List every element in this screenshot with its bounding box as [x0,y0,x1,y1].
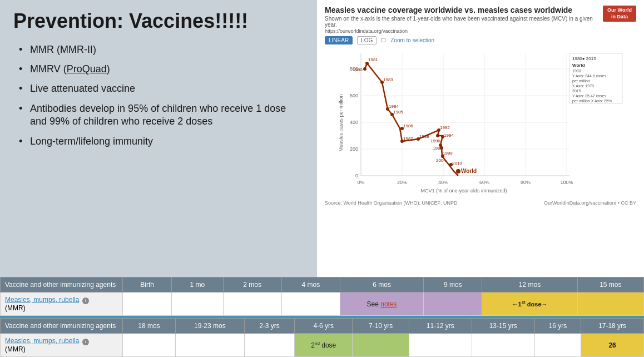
table1-12mos: ←1st dose→ [482,292,577,316]
top-section: Prevention: Vaccines!!!!! MMR (MMR-II) M… [0,0,644,277]
chart-source: Source: World Health Organisation (WHO);… [325,200,636,206]
svg-text:200: 200 [350,146,358,152]
mmr-abbr-1: (MMR) [5,304,26,312]
linear-button[interactable]: LINEAR [325,36,353,44]
svg-text:2015: 2015 [572,89,581,93]
table2-header-19-23mos: 19-23 mos [175,319,244,334]
table2-header-13-15yrs: 13-15 yrs [472,319,534,334]
svg-text:Y Axis: 05.42 cases: Y Axis: 05.42 cases [572,94,606,98]
table2-18mos [123,334,176,357]
svg-point-48 [440,146,443,150]
svg-text:0%: 0% [357,180,364,185]
table1-birth [123,292,172,316]
chart-svg: Measles cases per million 0 200 400 [325,48,636,198]
table1-1mo [172,292,223,316]
table1-6mos: See notes [340,292,423,316]
right-panel: Measles vaccine coverage worldwide vs. m… [317,0,644,277]
table2-header-11-12yrs: 11-12 yrs [409,319,472,334]
table1-header-birth: Birth [123,277,172,292]
svg-text:1990: 1990 [430,138,440,143]
log-button[interactable]: LOG [357,36,377,44]
mmr-link-1[interactable]: Measles, mumps, rubella [5,296,79,304]
svg-point-42 [436,134,439,137]
bottom-section: Vaccine and other immunizing agents Birt… [0,277,644,357]
table2-header-4-6yrs: 4-6 yrs [295,319,353,334]
table1-4mos [281,292,340,316]
svg-text:1983: 1983 [383,77,393,82]
table2-11-12yrs [409,334,472,357]
table2-16yrs [534,334,581,357]
table2-2-3yrs [244,334,294,357]
table2-header-7-10yrs: 7-10 yrs [353,319,409,334]
svg-text:0: 0 [355,173,358,178]
chart-controls: LINEAR LOG ☐ Zoom to selection [325,36,636,44]
svg-text:60%: 60% [479,180,489,185]
mmr-link-2[interactable]: Measles, mumps, rubella [5,337,79,345]
source-link: OurWorldInData.org/vaccination/ • CC BY [544,200,636,206]
svg-point-54 [456,169,460,173]
notes-link[interactable]: notes [380,300,397,308]
table2-header-17-18yrs: 17-18 yrs [581,319,644,334]
chart-header: Measles vaccine coverage worldwide vs. m… [325,6,636,34]
proquad-link[interactable]: ProQuad [67,63,107,75]
chart-area: Measles cases per million 0 200 400 [325,48,636,198]
svg-text:80%: 80% [521,180,531,185]
svg-point-26 [363,67,366,71]
chart-subtitle: Shown on the x-axis is the share of 1-ye… [325,16,603,28]
vaccine-name-cell: Measles, mumps, rubella i (MMR) [1,292,123,316]
table2-7-10yrs [353,334,409,357]
table2-19-23mos [175,334,244,357]
svg-text:40%: 40% [438,180,448,185]
source-text: Source: World Health Organisation (WHO);… [325,200,457,206]
svg-text:X Axis: 1978: X Axis: 1978 [572,84,594,88]
bullet-antibodies: Antibodies develop in 95% of children wh… [19,102,304,128]
schedule-table-2: Vaccine and other immunizing agents 18 m… [0,318,644,357]
svg-text:100%: 100% [560,180,573,185]
svg-text:2010: 2010 [452,161,462,166]
bullet-immunity: Long-term/lifelong immunity [19,135,304,148]
table1-9mos [424,292,482,316]
table2-13-15yrs [472,334,534,357]
table1-header-vaccine: Vaccine and other immunizing agents [1,277,123,292]
bullet-mmrv: MMRV (ProQuad) [19,63,304,76]
mmr-abbr-2: (MMR) [5,345,26,353]
table1-header-1mo: 1 mo [172,277,223,292]
svg-text:1986: 1986 [403,123,413,128]
svg-text:600: 600 [350,93,358,98]
svg-text:1987: 1987 [403,136,413,141]
svg-text:2004: 2004 [436,158,446,163]
bullet-list: MMR (MMR-II) MMRV (ProQuad) Live attenua… [13,43,304,148]
chart-url: https://ourworldindata.org/vaccination [325,28,603,34]
zoom-link[interactable]: Zoom to selection [390,37,434,43]
svg-text:1992: 1992 [440,125,450,130]
table1-header-15mos: 15 mos [577,277,643,292]
table1-header-2mos: 2 mos [223,277,281,292]
table1-2mos [223,292,281,316]
schedule-table-1: Vaccine and other immunizing agents Birt… [0,277,644,316]
info-icon-2[interactable]: i [82,339,89,345]
svg-text:Y Axis: 944.6 cases: Y Axis: 944.6 cases [572,74,606,78]
table1-header-6mos: 6 mos [340,277,423,292]
chart-title-block: Measles vaccine coverage worldwide vs. m… [325,6,603,34]
bullet-mmr: MMR (MMR-II) [19,43,304,56]
vaccine-name-cell-2: Measles, mumps, rubella i (MMR) [1,334,123,357]
svg-text:1980: 1980 [572,69,581,73]
table2-4-6yrs: 2nd dose [295,334,353,357]
dose-arrow: ←1st dose→ [512,301,548,308]
svg-text:World: World [572,63,585,68]
table-row: Measles, mumps, rubella i (MMR) 2nd dose… [1,334,644,357]
main-title: Prevention: Vaccines!!!!! [13,10,304,32]
svg-text:per million X Axis: 85%: per million X Axis: 85% [572,99,612,103]
svg-text:1985: 1985 [393,110,403,115]
svg-text:20%: 20% [397,180,407,185]
svg-text:World: World [461,168,477,174]
svg-text:1988: 1988 [419,134,429,139]
info-icon-1[interactable]: i [82,298,89,304]
owid-badge: Our World in Data [603,6,636,22]
svg-text:1999: 1999 [443,151,453,156]
svg-text:Measles cases per million: Measles cases per million [338,94,344,151]
svg-text:per million: per million [572,79,590,83]
svg-text:1994: 1994 [444,133,454,138]
svg-text:1984: 1984 [389,104,399,109]
svg-text:1980● 2015: 1980● 2015 [572,56,596,61]
